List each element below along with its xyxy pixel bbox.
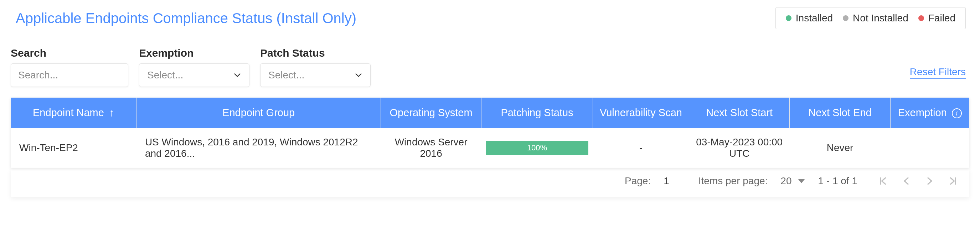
legend-dot-not-installed [843, 15, 848, 21]
exemption-placeholder: Select... [147, 70, 183, 81]
cell-endpoint-group: US Windows, 2016 and 2019, Windows 2012R… [137, 128, 381, 168]
legend-label-installed: Installed [796, 13, 833, 24]
th-exemption[interactable]: Exemption i [890, 98, 969, 128]
legend-installed: Installed [786, 13, 833, 24]
th-patching-status[interactable]: Patching Status [482, 98, 593, 128]
items-per-page-value: 20 [780, 175, 791, 187]
exemption-select[interactable]: Select... [139, 64, 250, 87]
items-per-page-select[interactable]: 20 [780, 175, 805, 187]
legend-failed: Failed [918, 13, 955, 24]
patch-status-label: Patch Status [260, 47, 371, 59]
chevron-down-icon [355, 71, 363, 79]
table-row[interactable]: Win-Ten-EP2 US Windows, 2016 and 2019, W… [11, 128, 969, 168]
endpoints-table: Endpoint Name ↑ Endpoint Group Operating… [11, 98, 969, 168]
th-exemption-label: Exemption [898, 107, 947, 118]
dropdown-triangle-icon [798, 179, 805, 183]
th-next-slot-start[interactable]: Next Slot Start [689, 98, 790, 128]
prev-page-icon[interactable] [901, 176, 912, 186]
patch-status-select[interactable]: Select... [260, 64, 371, 87]
next-page-icon[interactable] [924, 176, 935, 186]
legend-label-not-installed: Not Installed [853, 13, 908, 24]
th-endpoint-group[interactable]: Endpoint Group [137, 98, 381, 128]
exemption-label: Exemption [139, 47, 250, 59]
page-title: Applicable Endpoints Compliance Status (… [11, 10, 356, 26]
cell-next-slot-end: Never [790, 128, 890, 168]
legend-label-failed: Failed [928, 13, 955, 24]
legend-dot-failed [918, 15, 924, 21]
th-endpoint-name[interactable]: Endpoint Name ↑ [11, 98, 137, 128]
th-next-slot-end[interactable]: Next Slot End [790, 98, 890, 128]
search-input[interactable] [11, 64, 128, 87]
chevron-down-icon [234, 71, 241, 79]
cell-patching-status: 100% [482, 128, 593, 168]
cell-endpoint-name: Win-Ten-EP2 [11, 128, 137, 168]
patch-status-placeholder: Select... [268, 70, 304, 81]
legend-dot-installed [786, 15, 791, 21]
cell-exemption [890, 128, 969, 168]
info-icon[interactable]: i [952, 108, 962, 118]
sort-asc-icon: ↑ [109, 107, 115, 119]
pagination-bar: Page: 1 Items per page: 20 1 - 1 of 1 [11, 168, 969, 197]
items-per-page-label: Items per page: [698, 175, 768, 187]
last-page-icon[interactable] [948, 176, 959, 186]
range-text: 1 - 1 of 1 [818, 175, 858, 187]
cell-next-slot-start: 03-May-2023 00:00 UTC [689, 128, 790, 168]
page-label: Page: [625, 175, 651, 187]
page-number[interactable]: 1 [663, 175, 686, 187]
cell-operating-system: Windows Server 2016 [380, 128, 481, 168]
th-operating-system[interactable]: Operating System [380, 98, 481, 128]
cell-vulnerability-scan: - [593, 128, 689, 168]
th-vulnerability-scan[interactable]: Vulnerability Scan [593, 98, 689, 128]
search-label: Search [11, 47, 128, 59]
legend-not-installed: Not Installed [843, 13, 908, 24]
status-legend: Installed Not Installed Failed [775, 7, 966, 29]
th-endpoint-name-label: Endpoint Name [33, 107, 104, 118]
reset-filters-link[interactable]: Reset Filters [910, 66, 966, 79]
first-page-icon[interactable] [877, 176, 888, 186]
patching-progress-bar: 100% [486, 141, 589, 155]
